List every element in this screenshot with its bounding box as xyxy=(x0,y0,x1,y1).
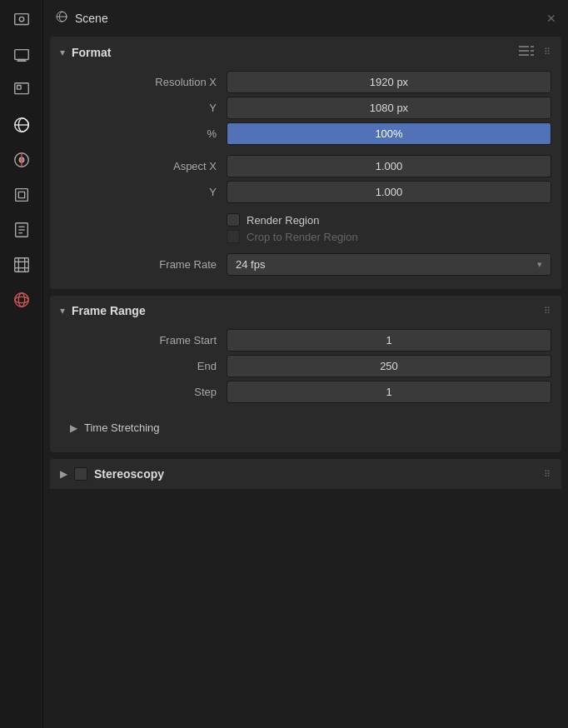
stereoscopy-dots-icon[interactable]: ⠿ xyxy=(544,469,551,480)
frame-rate-value: 24 fps xyxy=(236,258,265,271)
frame-end-field[interactable]: 250 xyxy=(227,355,551,377)
svg-rect-17 xyxy=(14,258,28,272)
svg-point-24 xyxy=(18,293,24,307)
crop-region-label: Crop to Render Region xyxy=(247,231,358,243)
format-panel-header[interactable]: ▾ Format ⠿ xyxy=(50,37,561,67)
aspect-y-row: Y 1.000 xyxy=(60,181,551,203)
format-panel: ▾ Format ⠿ Resolution X 1920 px xyxy=(50,37,561,289)
view-layer-icon[interactable] xyxy=(5,73,38,107)
resolution-x-label: Resolution X xyxy=(60,76,227,88)
svg-point-22 xyxy=(14,293,28,307)
svg-point-23 xyxy=(14,297,28,302)
frame-end-row: End 250 xyxy=(60,355,551,377)
svg-rect-0 xyxy=(14,14,28,25)
frame-rate-label: Frame Rate xyxy=(60,258,227,271)
frame-start-row: Frame Start 1 xyxy=(60,329,551,352)
physics-icon[interactable] xyxy=(5,283,38,317)
scene-header-icon xyxy=(55,10,68,27)
aspect-y-label: Y xyxy=(60,186,227,198)
crop-region-checkbox[interactable] xyxy=(227,230,240,243)
stereoscopy-enable-checkbox[interactable] xyxy=(74,467,87,481)
frame-step-field[interactable]: 1 xyxy=(227,381,551,403)
frame-range-panel-title: Frame Range xyxy=(72,304,537,317)
time-stretching-title: Time Stretching xyxy=(84,421,160,434)
aspect-x-row: Aspect X 1.000 xyxy=(60,155,551,177)
main-content: Scene ✕ ▾ Format ⠿ Resolution X xyxy=(43,0,568,728)
resolution-y-row: Y 1080 px xyxy=(60,97,551,119)
render-region-row[interactable]: Render Region xyxy=(60,213,551,227)
stereoscopy-panel-header[interactable]: ▶ Stereoscopy ⠿ xyxy=(50,459,561,489)
resolution-x-field[interactable]: 1920 px xyxy=(227,71,551,93)
time-stretching-collapse-icon[interactable]: ▶ xyxy=(70,422,77,434)
resolution-pct-label: % xyxy=(60,127,227,140)
object-icon[interactable] xyxy=(5,178,38,212)
format-panel-title: Format xyxy=(72,46,512,59)
render-region-checkbox[interactable] xyxy=(227,213,240,227)
resolution-x-row: Resolution X 1920 px xyxy=(60,71,551,93)
format-dots-icon[interactable]: ⠿ xyxy=(544,47,551,57)
svg-rect-12 xyxy=(18,192,24,197)
stereoscopy-panel-title: Stereoscopy xyxy=(94,467,537,481)
frame-range-panel-header[interactable]: ▾ Frame Range ⠿ xyxy=(50,296,561,326)
svg-rect-11 xyxy=(15,189,27,202)
format-panel-body: Resolution X 1920 px Y 1080 px % 100% As… xyxy=(50,67,561,289)
time-stretching-header[interactable]: ▶ Time Stretching xyxy=(60,413,551,442)
frame-end-label: End xyxy=(60,360,227,372)
page-title: Scene xyxy=(75,12,108,25)
svg-rect-6 xyxy=(17,86,21,90)
close-icon[interactable]: ✕ xyxy=(546,12,556,25)
output-icon[interactable] xyxy=(5,38,38,72)
scene-icon[interactable] xyxy=(5,108,38,142)
svg-rect-2 xyxy=(14,50,28,60)
particles-icon[interactable] xyxy=(5,248,38,282)
frame-start-field[interactable]: 1 xyxy=(227,329,551,352)
aspect-x-field[interactable]: 1.000 xyxy=(227,155,551,177)
frame-rate-row: Frame Rate 24 fps ▾ xyxy=(60,253,551,276)
stereoscopy-panel: ▶ Stereoscopy ⠿ xyxy=(50,459,561,489)
format-menu-icon[interactable] xyxy=(519,45,534,59)
resolution-pct-field[interactable]: 100% xyxy=(227,122,551,145)
sidebar xyxy=(0,0,43,728)
resolution-y-label: Y xyxy=(60,102,227,114)
resolution-pct-row: % 100% xyxy=(60,122,551,145)
svg-point-1 xyxy=(19,17,24,21)
frame-rate-dropdown[interactable]: 24 fps ▾ xyxy=(227,253,551,276)
world-icon[interactable] xyxy=(5,143,38,177)
modifier-icon[interactable] xyxy=(5,213,38,247)
page-header: Scene ✕ xyxy=(50,7,561,33)
render-icon[interactable] xyxy=(5,3,38,37)
frame-rate-arrow: ▾ xyxy=(537,259,542,270)
frame-step-label: Step xyxy=(60,386,227,398)
frame-range-panel: ▾ Frame Range ⠿ Frame Start 1 End 250 St… xyxy=(50,296,561,452)
aspect-x-label: Aspect X xyxy=(60,160,227,172)
frame-range-dots-icon[interactable]: ⠿ xyxy=(544,306,551,317)
frame-range-collapse-icon[interactable]: ▾ xyxy=(60,305,65,317)
frame-start-label: Frame Start xyxy=(60,334,227,347)
format-collapse-icon[interactable]: ▾ xyxy=(60,47,65,58)
crop-region-row: Crop to Render Region xyxy=(60,230,551,243)
render-region-label: Render Region xyxy=(247,214,319,227)
frame-range-panel-body: Frame Start 1 End 250 Step 1 ▶ Time Stre… xyxy=(50,326,561,452)
aspect-y-field[interactable]: 1.000 xyxy=(227,181,551,203)
frame-step-row: Step 1 xyxy=(60,381,551,403)
resolution-y-field[interactable]: 1080 px xyxy=(227,97,551,119)
stereoscopy-collapse-icon[interactable]: ▶ xyxy=(60,468,67,480)
